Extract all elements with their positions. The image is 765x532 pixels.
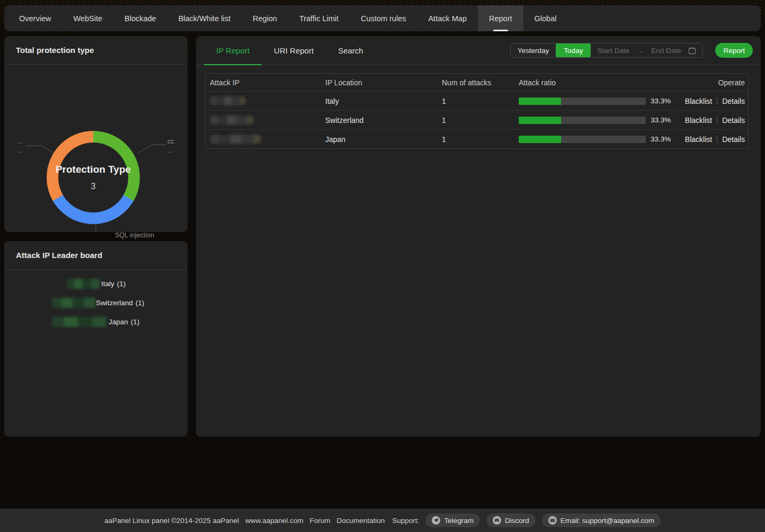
table-row: Japan 1 33.3% Blacklist Details xyxy=(206,129,748,148)
ratio-progress-fill xyxy=(519,117,561,124)
table-header-row: Attack IP IP Location Num of attacks Att… xyxy=(206,74,748,91)
leaderboard-bar-redacted-ip xyxy=(67,279,100,289)
support-label: Support: xyxy=(392,517,419,525)
ratio-percent-label: 33.3% xyxy=(651,116,671,124)
table-row: Italy 1 33.3% Blacklist Details xyxy=(206,91,748,110)
yesterday-button[interactable]: Yesterday xyxy=(511,43,556,57)
ip-location-cell: Italy xyxy=(321,97,438,105)
top-nav: Overview WebSite Blockade Black/White li… xyxy=(4,5,761,31)
nav-item-blockade[interactable]: Blockade xyxy=(113,5,167,31)
blacklist-link[interactable]: Blacklist xyxy=(685,116,712,125)
operate-divider xyxy=(717,136,717,143)
attack-ratio-cell: 33.3% xyxy=(514,97,674,105)
header-attack-ip: Attack IP xyxy=(206,78,321,87)
nav-item-custom-rules[interactable]: Custom rules xyxy=(350,5,417,31)
blacklist-link[interactable]: Blacklist xyxy=(685,97,712,105)
redacted-attack-ip xyxy=(210,135,261,144)
ratio-progress-track xyxy=(519,117,646,124)
ratio-progress-fill xyxy=(519,136,561,143)
calendar-icon[interactable] xyxy=(688,47,696,55)
protection-type-chart-area: Protection Type 3 ... ... cc ... SQL inj… xyxy=(4,65,188,232)
redacted-attack-ip xyxy=(210,96,246,105)
card-title: Attack IP Leader board xyxy=(4,241,188,270)
total-protection-type-card: Total protection type Protection Type 3 … xyxy=(4,36,188,232)
date-range-arrow-icon: → xyxy=(637,47,644,55)
discord-label: Discord xyxy=(505,517,529,525)
website-link[interactable]: www.aapanel.com xyxy=(245,517,304,525)
leaderboard-label: Japan(1) xyxy=(109,318,139,326)
nav-item-overview[interactable]: Overview xyxy=(8,5,62,31)
details-link[interactable]: Details xyxy=(722,97,745,105)
table-row: Switzerland 1 33.3% Blacklist Details xyxy=(206,110,748,129)
num-attacks-cell: 1 xyxy=(438,135,514,144)
nav-item-region[interactable]: Region xyxy=(242,5,288,31)
count-label: (1) xyxy=(136,299,145,307)
header-num-of-attacks: Num of attacks xyxy=(438,78,514,87)
footer: aaPanel Linux panel ©2014-2025 aaPanel w… xyxy=(0,509,765,532)
today-button[interactable]: Today xyxy=(556,43,591,57)
report-button[interactable]: Report xyxy=(715,43,753,58)
callout-label: SQL injection xyxy=(115,231,159,240)
callout-label: ... xyxy=(17,137,22,146)
ratio-progress-track xyxy=(519,97,646,105)
nav-item-report[interactable]: Report xyxy=(478,5,523,31)
donut-center-value: 3 xyxy=(91,182,96,191)
country-label: Switzerland xyxy=(96,299,133,307)
count-label: (1) xyxy=(131,318,140,326)
nav-item-global[interactable]: Global xyxy=(523,5,568,31)
callout-label: cc xyxy=(167,137,174,146)
leaderboard-bar-redacted-ip xyxy=(52,317,106,327)
report-panel: IP Report URI Report Search Yesterday To… xyxy=(196,36,761,437)
ip-location-cell: Japan xyxy=(321,135,438,144)
nav-item-traffic-limit[interactable]: Traffic Limit xyxy=(288,5,350,31)
tab-search[interactable]: Search xyxy=(326,36,376,65)
telegram-icon xyxy=(432,516,440,525)
operate-divider xyxy=(717,97,717,104)
telegram-button[interactable]: Telegram xyxy=(425,513,480,527)
operate-divider xyxy=(717,117,717,123)
email-label: Email: support@aapanel.com xyxy=(561,517,654,525)
nav-item-website[interactable]: WebSite xyxy=(62,5,113,31)
details-link[interactable]: Details xyxy=(722,135,745,144)
donut-center-text: Protection Type 3 xyxy=(47,131,140,224)
leaderboard-label: Switzerland(1) xyxy=(96,299,144,307)
documentation-link[interactable]: Documentation xyxy=(337,517,385,525)
telegram-label: Telegram xyxy=(444,517,474,525)
ratio-progress-fill xyxy=(519,97,561,105)
card-title: Total protection type xyxy=(4,36,188,65)
attack-ip-leaderboard-card: Attack IP Leader board Italy(1) Switzerl… xyxy=(4,241,188,437)
discord-button[interactable]: Discord xyxy=(486,513,536,527)
num-attacks-cell: 1 xyxy=(438,116,514,125)
donut-callout-right: cc ... xyxy=(167,137,174,155)
copyright-text: aaPanel Linux panel ©2014-2025 aaPanel xyxy=(104,517,239,525)
ip-location-cell: Switzerland xyxy=(321,116,438,125)
discord-icon xyxy=(493,516,501,525)
forum-link[interactable]: Forum xyxy=(310,517,331,525)
nav-item-attack-map[interactable]: Attack Map xyxy=(417,5,478,31)
date-controls: Yesterday Today Start Date → End Date Re… xyxy=(510,43,753,58)
email-icon xyxy=(548,516,557,525)
email-button[interactable]: Email: support@aapanel.com xyxy=(542,513,661,527)
callout-value: ... xyxy=(17,146,22,155)
count-label: (1) xyxy=(117,280,126,288)
end-date-input[interactable]: End Date xyxy=(651,47,681,55)
date-range-inputs: Start Date → End Date xyxy=(591,47,702,55)
num-attacks-cell: 1 xyxy=(438,97,514,105)
attack-ratio-cell: 33.3% xyxy=(514,116,674,124)
ratio-progress-track xyxy=(519,136,646,143)
donut-center-title: Protection Type xyxy=(56,164,131,175)
header-operate: Operate xyxy=(674,78,748,87)
nav-item-black-white-list[interactable]: Black/White list xyxy=(167,5,242,31)
header-attack-ratio: Attack ratio xyxy=(514,78,674,87)
ratio-percent-label: 33.3% xyxy=(651,135,671,143)
country-label: Italy xyxy=(101,280,114,288)
leaderboard-label: Italy(1) xyxy=(101,280,126,288)
tab-uri-report[interactable]: URI Report xyxy=(262,36,326,65)
callout-value: ... xyxy=(167,146,174,155)
ratio-percent-label: 33.3% xyxy=(651,97,671,105)
donut-callout-left: ... ... xyxy=(17,137,22,155)
tab-ip-report[interactable]: IP Report xyxy=(204,36,262,65)
details-link[interactable]: Details xyxy=(722,116,745,125)
start-date-input[interactable]: Start Date xyxy=(597,47,629,55)
blacklist-link[interactable]: Blacklist xyxy=(685,135,712,144)
